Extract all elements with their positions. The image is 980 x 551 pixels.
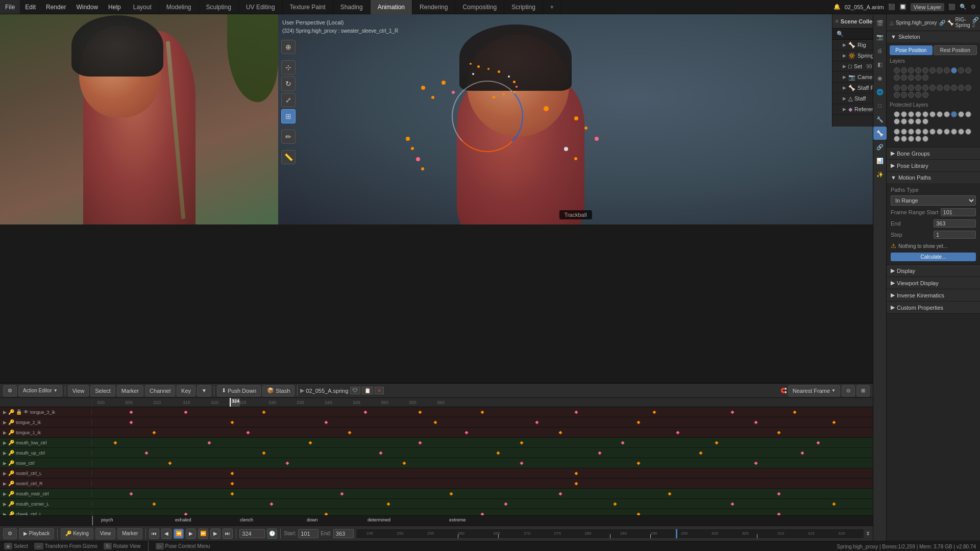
paths-type-select[interactable]: In Range [891, 195, 976, 206]
prot-dot-19[interactable] [908, 129, 914, 135]
prot-dot-28[interactable] [894, 136, 900, 142]
main-viewport[interactable]: User Perspective (Local) (324) Spring.hi… [278, 14, 873, 224]
current-frame-input[interactable] [239, 529, 265, 538]
action-close[interactable]: ✕ [375, 387, 384, 394]
end-frame-input[interactable] [333, 529, 354, 538]
layer-dot-9[interactable] [951, 67, 957, 73]
prot-dot-15[interactable] [915, 118, 921, 124]
calculate-btn[interactable]: Calculate... [891, 253, 976, 261]
layer-dot-7[interactable] [937, 67, 943, 73]
props-particles-icon[interactable]: ✨ [873, 168, 887, 181]
track-expand-mcornerL[interactable]: ▶ [3, 502, 7, 507]
track-keys-nostrilR[interactable] [92, 479, 873, 488]
frame-range-step-value[interactable]: 1 [934, 231, 976, 239]
track-keys-nose[interactable] [92, 458, 873, 468]
timeline-editor-type[interactable]: ⚙ [3, 385, 17, 396]
prot-dot-5[interactable] [922, 111, 928, 117]
nearest-frame-btn[interactable]: Nearest Frame ▼ [788, 385, 840, 396]
tool-rotate[interactable]: ↻ [281, 77, 296, 91]
props-modifier-icon[interactable]: 🔧 [873, 113, 887, 126]
prot-dot-14[interactable] [908, 118, 914, 124]
layer-dot-25[interactable] [951, 85, 957, 91]
prot-dot-3[interactable] [908, 111, 914, 117]
prot-dot-7[interactable] [937, 111, 943, 117]
layer-dot-16[interactable] [922, 74, 928, 81]
timeline-view[interactable]: View [68, 385, 89, 396]
layer-dot-22[interactable] [929, 85, 936, 91]
timeline-extra[interactable]: ⊞ [856, 385, 870, 396]
timeline-filter[interactable]: ▼ [197, 385, 211, 396]
layer-dot-23[interactable] [937, 85, 943, 91]
props-view-layer-icon[interactable]: ◧ [873, 58, 887, 71]
prot-dot-20[interactable] [915, 129, 921, 135]
tab-texture-paint[interactable]: Texture Paint [283, 0, 333, 14]
playback-btn[interactable]: ▶ Playback [19, 528, 54, 539]
track-expand-mouthlow[interactable]: ▶ [3, 440, 7, 445]
prot-dot-4[interactable] [915, 111, 921, 117]
layer-dot-12[interactable] [894, 74, 900, 81]
status-transform[interactable]: ↔ Transform From Gizmo [34, 543, 97, 549]
tab-add[interactable]: + [543, 0, 561, 14]
next-keyframe-btn[interactable]: ⏩ [198, 529, 208, 539]
timeline-select[interactable]: Select [90, 385, 115, 396]
bone-groups-header[interactable]: ▶ Bone Groups [887, 147, 980, 159]
prot-dot-21[interactable] [922, 129, 928, 135]
tab-modeling[interactable]: Modeling [159, 0, 199, 14]
prot-dot-1[interactable] [894, 111, 900, 117]
layer-dot-3[interactable] [908, 67, 914, 73]
layer-dot-4[interactable] [915, 67, 921, 73]
track-keys-mouthmstr[interactable] [92, 489, 873, 498]
timeline-channel[interactable]: Channel [145, 385, 175, 396]
track-expand-cheekL[interactable]: ▶ [3, 512, 7, 516]
props-scene2-icon[interactable]: ◉ [873, 71, 887, 85]
playback-marker[interactable]: Marker [117, 528, 142, 539]
layer-dot-14[interactable] [908, 74, 914, 81]
custom-props-header[interactable]: ▶ Custom Properties [887, 302, 980, 313]
layer-dot-6[interactable] [929, 67, 936, 73]
action-copy[interactable]: 📋 [362, 387, 373, 394]
layer-dot-17[interactable] [894, 85, 900, 91]
status-select[interactable]: ◈ Select [4, 543, 28, 549]
timeline-onion[interactable]: ⊙ [842, 385, 855, 396]
track-keys-tongue2[interactable] [92, 417, 873, 427]
prot-dot-22[interactable] [929, 129, 936, 135]
jump-end-btn[interactable]: ⏭ [223, 529, 233, 539]
ik-header[interactable]: ▶ Inverse Kinematics [887, 289, 980, 301]
tab-compositing[interactable]: Compositing [455, 0, 504, 14]
menu-edit[interactable]: Edit [20, 0, 41, 14]
track-keys-cheekL[interactable] [92, 509, 873, 515]
props-output-icon[interactable]: 🖨 [873, 44, 887, 57]
props-bone-icon[interactable]: 🦴 [873, 127, 887, 140]
layer-dot-26[interactable] [958, 85, 964, 91]
prot-dot-16[interactable] [922, 118, 928, 124]
tab-rendering[interactable]: Rendering [412, 0, 455, 14]
layer-dot-31[interactable] [915, 92, 921, 98]
track-expand-nose[interactable]: ▶ [3, 461, 7, 466]
prot-dot-2[interactable] [901, 111, 907, 117]
tool-move[interactable]: ⊹ [281, 60, 296, 74]
layer-dot-1[interactable] [894, 67, 900, 73]
prot-dot-24[interactable] [944, 129, 950, 135]
layer-dot-21[interactable] [922, 85, 928, 91]
track-expand-nostrilR[interactable]: ▶ [3, 481, 7, 486]
props-scene-icon[interactable]: 🎬 [873, 16, 887, 30]
prot-dot-27[interactable] [965, 129, 971, 135]
props-object-icon[interactable]: □ [873, 99, 887, 112]
rest-position-btn[interactable]: Rest Position [934, 45, 977, 55]
push-down-btn[interactable]: ⬇ Push Down [217, 385, 261, 396]
layer-dot-28[interactable] [894, 92, 900, 98]
timeline-action-editor[interactable]: Action Editor ▼ [18, 385, 62, 396]
tool-transform[interactable]: ⊞ [281, 109, 296, 123]
tab-uv-editing[interactable]: UV Editing [239, 0, 283, 14]
viewport-display-header[interactable]: ▶ Viewport Display [887, 277, 980, 289]
layer-dot-2[interactable] [901, 67, 907, 73]
layer-dot-15[interactable] [915, 74, 921, 81]
tool-cursor[interactable]: ⊕ [281, 40, 296, 54]
layer-dot-13[interactable] [901, 74, 907, 81]
track-expand-mouthmstr[interactable]: ▶ [3, 491, 7, 496]
skeleton-header[interactable]: ▼ Skeleton [887, 31, 980, 42]
start-frame-input[interactable] [298, 529, 318, 538]
prot-dot-26[interactable] [958, 129, 964, 135]
timeline-scrubber[interactable]: 245 250 255 260 265 270 275 280 285 290 … [356, 529, 864, 539]
props-data-icon[interactable]: 📊 [873, 154, 887, 167]
